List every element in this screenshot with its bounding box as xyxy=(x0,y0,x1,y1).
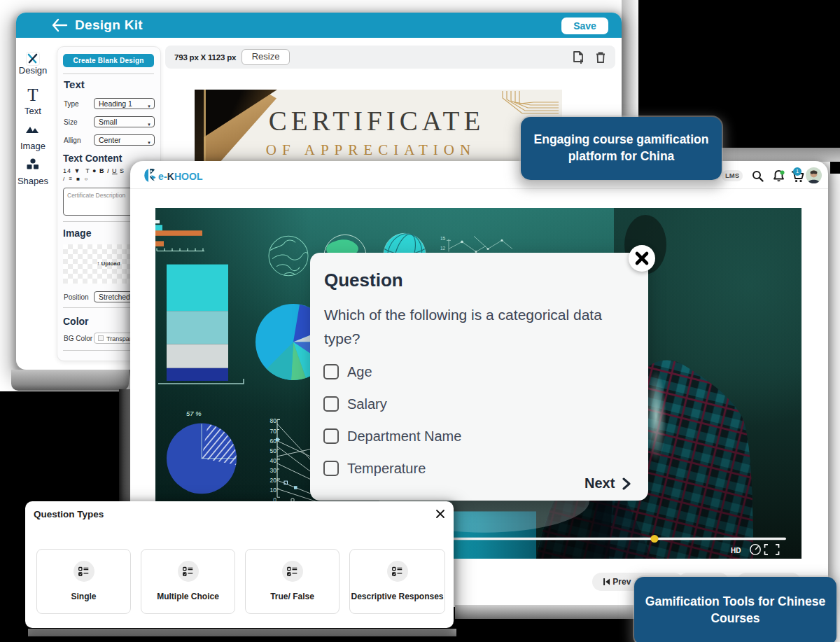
svg-text:30: 30 xyxy=(270,467,277,474)
svg-text:15: 15 xyxy=(440,236,446,241)
svg-text:40: 40 xyxy=(270,457,277,464)
svg-text:10: 10 xyxy=(270,487,277,494)
svg-text:20: 20 xyxy=(270,477,277,484)
svg-text:50: 50 xyxy=(270,447,277,454)
svg-text:12: 12 xyxy=(440,246,446,251)
svg-text:57 %: 57 % xyxy=(186,410,202,417)
svg-text:60: 60 xyxy=(270,438,277,445)
svg-text:HD: HD xyxy=(731,547,741,554)
svg-text:70: 70 xyxy=(270,428,277,435)
svg-text:80: 80 xyxy=(270,417,277,424)
